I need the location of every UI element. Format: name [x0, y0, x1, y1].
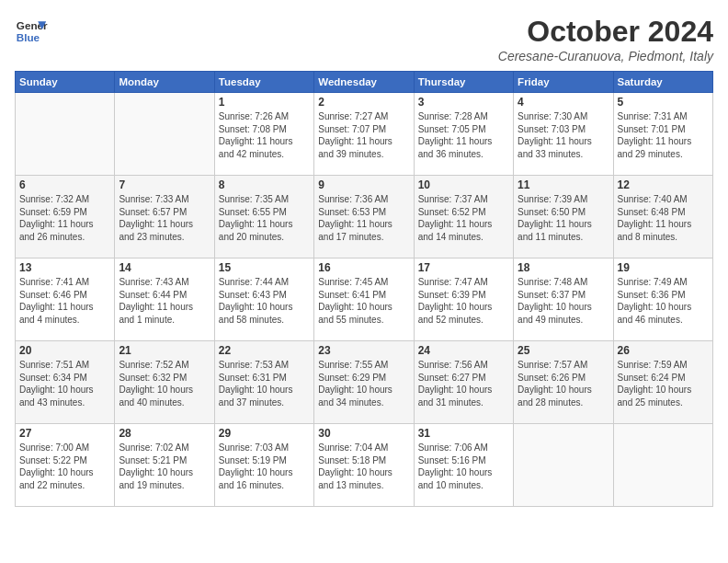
calendar-cell: 13Sunrise: 7:41 AM Sunset: 6:46 PM Dayli…: [16, 259, 115, 341]
calendar-cell: 7Sunrise: 7:33 AM Sunset: 6:57 PM Daylig…: [115, 176, 214, 259]
day-info: Sunrise: 7:49 AM Sunset: 6:36 PM Dayligh…: [618, 276, 709, 326]
day-number: 28: [119, 427, 210, 440]
calendar-week-row: 27Sunrise: 7:00 AM Sunset: 5:22 PM Dayli…: [16, 424, 713, 507]
weekday-header: Saturday: [613, 72, 712, 93]
logo: General Blue: [15, 15, 48, 48]
day-number: 7: [119, 178, 210, 191]
day-info: Sunrise: 7:04 AM Sunset: 5:18 PM Dayligh…: [318, 442, 409, 491]
weekday-header: Sunday: [16, 72, 115, 93]
day-number: 5: [618, 96, 709, 109]
calendar-header-row: SundayMondayTuesdayWednesdayThursdayFrid…: [16, 72, 713, 93]
calendar-cell: 20Sunrise: 7:51 AM Sunset: 6:34 PM Dayli…: [16, 341, 115, 424]
svg-text:Blue: Blue: [17, 31, 40, 43]
day-info: Sunrise: 7:02 AM Sunset: 5:21 PM Dayligh…: [119, 442, 210, 491]
calendar-cell: 5Sunrise: 7:31 AM Sunset: 7:01 PM Daylig…: [613, 93, 712, 176]
weekday-header: Thursday: [414, 72, 513, 93]
day-info: Sunrise: 7:43 AM Sunset: 6:44 PM Dayligh…: [119, 276, 210, 326]
calendar-cell: 19Sunrise: 7:49 AM Sunset: 6:36 PM Dayli…: [613, 259, 712, 341]
day-info: Sunrise: 7:53 AM Sunset: 6:31 PM Dayligh…: [219, 359, 310, 408]
day-number: 22: [219, 344, 310, 357]
calendar-cell: 3Sunrise: 7:28 AM Sunset: 7:05 PM Daylig…: [414, 93, 513, 176]
day-number: 27: [19, 427, 110, 440]
calendar-cell: 27Sunrise: 7:00 AM Sunset: 5:22 PM Dayli…: [16, 424, 115, 507]
day-info: Sunrise: 7:59 AM Sunset: 6:24 PM Dayligh…: [618, 359, 709, 408]
calendar-week-row: 6Sunrise: 7:32 AM Sunset: 6:59 PM Daylig…: [16, 176, 713, 259]
day-info: Sunrise: 7:55 AM Sunset: 6:29 PM Dayligh…: [318, 359, 409, 408]
calendar-cell: 15Sunrise: 7:44 AM Sunset: 6:43 PM Dayli…: [214, 259, 313, 341]
day-info: Sunrise: 7:30 AM Sunset: 7:03 PM Dayligh…: [518, 110, 609, 160]
calendar-cell: 8Sunrise: 7:35 AM Sunset: 6:55 PM Daylig…: [214, 176, 313, 259]
day-info: Sunrise: 7:37 AM Sunset: 6:52 PM Dayligh…: [418, 193, 509, 243]
day-number: 16: [318, 261, 409, 274]
logo-icon: General Blue: [15, 15, 48, 48]
day-info: Sunrise: 7:03 AM Sunset: 5:19 PM Dayligh…: [219, 442, 310, 491]
calendar-week-row: 1Sunrise: 7:26 AM Sunset: 7:08 PM Daylig…: [16, 93, 713, 176]
month-title: October 2024: [498, 15, 713, 49]
header: General Blue October 2024 Ceresane-Curan…: [15, 15, 713, 63]
calendar-cell: 29Sunrise: 7:03 AM Sunset: 5:19 PM Dayli…: [214, 424, 313, 507]
calendar-cell: 1Sunrise: 7:26 AM Sunset: 7:08 PM Daylig…: [214, 93, 313, 176]
day-number: 3: [418, 96, 509, 109]
day-info: Sunrise: 7:52 AM Sunset: 6:32 PM Dayligh…: [119, 359, 210, 408]
title-area: October 2024 Ceresane-Curanuova, Piedmon…: [498, 15, 713, 63]
calendar-cell: 11Sunrise: 7:39 AM Sunset: 6:50 PM Dayli…: [514, 176, 613, 259]
day-info: Sunrise: 7:39 AM Sunset: 6:50 PM Dayligh…: [518, 193, 609, 243]
calendar-cell: 12Sunrise: 7:40 AM Sunset: 6:48 PM Dayli…: [613, 176, 712, 259]
day-number: 29: [219, 427, 310, 440]
day-info: Sunrise: 7:27 AM Sunset: 7:07 PM Dayligh…: [318, 110, 409, 160]
day-info: Sunrise: 7:44 AM Sunset: 6:43 PM Dayligh…: [219, 276, 310, 326]
day-number: 25: [518, 344, 609, 357]
calendar-week-row: 20Sunrise: 7:51 AM Sunset: 6:34 PM Dayli…: [16, 341, 713, 424]
calendar-cell: [613, 424, 712, 507]
day-info: Sunrise: 7:57 AM Sunset: 6:26 PM Dayligh…: [518, 359, 609, 408]
calendar-cell: 6Sunrise: 7:32 AM Sunset: 6:59 PM Daylig…: [16, 176, 115, 259]
day-number: 21: [119, 344, 210, 357]
calendar-cell: 30Sunrise: 7:04 AM Sunset: 5:18 PM Dayli…: [314, 424, 414, 507]
calendar-cell: 17Sunrise: 7:47 AM Sunset: 6:39 PM Dayli…: [414, 259, 513, 341]
calendar: SundayMondayTuesdayWednesdayThursdayFrid…: [15, 71, 713, 507]
day-info: Sunrise: 7:33 AM Sunset: 6:57 PM Dayligh…: [119, 193, 210, 243]
day-info: Sunrise: 7:36 AM Sunset: 6:53 PM Dayligh…: [318, 193, 409, 243]
day-info: Sunrise: 7:47 AM Sunset: 6:39 PM Dayligh…: [418, 276, 509, 326]
calendar-cell: 18Sunrise: 7:48 AM Sunset: 6:37 PM Dayli…: [514, 259, 613, 341]
day-number: 11: [518, 178, 609, 191]
day-info: Sunrise: 7:48 AM Sunset: 6:37 PM Dayligh…: [518, 276, 609, 326]
weekday-header: Monday: [115, 72, 214, 93]
calendar-week-row: 13Sunrise: 7:41 AM Sunset: 6:46 PM Dayli…: [16, 259, 713, 341]
day-info: Sunrise: 7:31 AM Sunset: 7:01 PM Dayligh…: [618, 110, 709, 160]
calendar-cell: 22Sunrise: 7:53 AM Sunset: 6:31 PM Dayli…: [214, 341, 313, 424]
day-info: Sunrise: 7:06 AM Sunset: 5:16 PM Dayligh…: [418, 442, 509, 491]
calendar-cell: 10Sunrise: 7:37 AM Sunset: 6:52 PM Dayli…: [414, 176, 513, 259]
day-number: 1: [219, 96, 310, 109]
day-info: Sunrise: 7:45 AM Sunset: 6:41 PM Dayligh…: [318, 276, 409, 326]
day-number: 17: [418, 261, 509, 274]
day-info: Sunrise: 7:56 AM Sunset: 6:27 PM Dayligh…: [418, 359, 509, 408]
calendar-cell: 2Sunrise: 7:27 AM Sunset: 7:07 PM Daylig…: [314, 93, 414, 176]
day-number: 12: [618, 178, 709, 191]
weekday-header: Tuesday: [214, 72, 313, 93]
calendar-cell: 23Sunrise: 7:55 AM Sunset: 6:29 PM Dayli…: [314, 341, 414, 424]
calendar-cell: 16Sunrise: 7:45 AM Sunset: 6:41 PM Dayli…: [314, 259, 414, 341]
day-number: 30: [318, 427, 409, 440]
day-number: 23: [318, 344, 409, 357]
day-number: 18: [518, 261, 609, 274]
calendar-cell: 28Sunrise: 7:02 AM Sunset: 5:21 PM Dayli…: [115, 424, 214, 507]
calendar-cell: [514, 424, 613, 507]
calendar-cell: 31Sunrise: 7:06 AM Sunset: 5:16 PM Dayli…: [414, 424, 513, 507]
calendar-cell: 9Sunrise: 7:36 AM Sunset: 6:53 PM Daylig…: [314, 176, 414, 259]
weekday-header: Wednesday: [314, 72, 414, 93]
day-number: 13: [19, 261, 110, 274]
calendar-cell: 21Sunrise: 7:52 AM Sunset: 6:32 PM Dayli…: [115, 341, 214, 424]
day-number: 2: [318, 96, 409, 109]
calendar-body: 1Sunrise: 7:26 AM Sunset: 7:08 PM Daylig…: [16, 93, 713, 507]
day-number: 20: [19, 344, 110, 357]
calendar-cell: 4Sunrise: 7:30 AM Sunset: 7:03 PM Daylig…: [514, 93, 613, 176]
day-info: Sunrise: 7:00 AM Sunset: 5:22 PM Dayligh…: [19, 442, 110, 491]
calendar-cell: [16, 93, 115, 176]
calendar-cell: 25Sunrise: 7:57 AM Sunset: 6:26 PM Dayli…: [514, 341, 613, 424]
location: Ceresane-Curanuova, Piedmont, Italy: [498, 49, 713, 63]
day-number: 4: [518, 96, 609, 109]
day-number: 8: [219, 178, 310, 191]
calendar-cell: 26Sunrise: 7:59 AM Sunset: 6:24 PM Dayli…: [613, 341, 712, 424]
day-info: Sunrise: 7:51 AM Sunset: 6:34 PM Dayligh…: [19, 359, 110, 408]
